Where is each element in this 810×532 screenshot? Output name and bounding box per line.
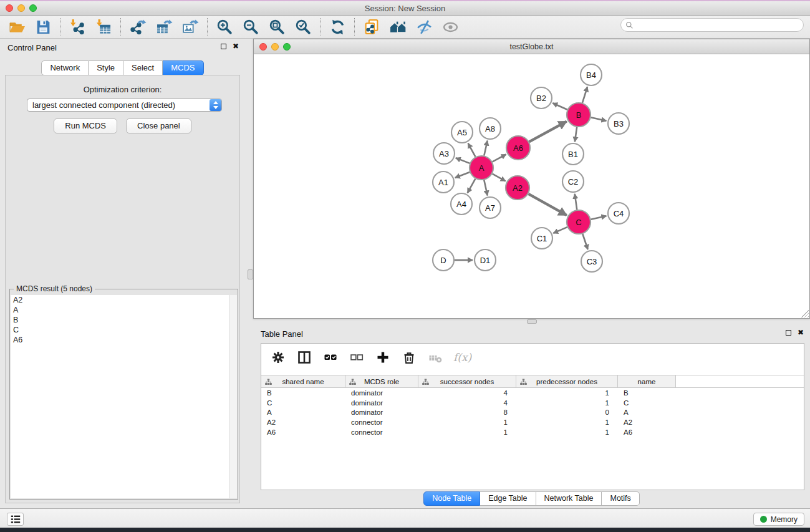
mcds-result-list[interactable]: A2ABCA6 <box>11 295 229 498</box>
edge-A-A3[interactable] <box>456 158 470 163</box>
tab-select[interactable]: Select <box>123 60 163 75</box>
deselect-all-button[interactable] <box>349 349 365 365</box>
function-builder-button[interactable]: f(x) <box>453 351 471 364</box>
edge-A-A7[interactable] <box>484 180 487 196</box>
vertical-splitter-handle[interactable] <box>248 269 253 279</box>
node-A4[interactable]: A4 <box>451 193 472 215</box>
tab-motifs[interactable]: Motifs <box>602 491 639 506</box>
node-B3[interactable]: B3 <box>608 113 629 134</box>
mcds-result-item[interactable]: A2 <box>11 295 229 305</box>
column-header-MCDS-role[interactable]: MCDS role <box>345 375 418 387</box>
node-B1[interactable]: B1 <box>562 143 584 165</box>
edge-B-B1[interactable] <box>575 127 577 142</box>
node-A1[interactable]: A1 <box>433 172 454 193</box>
zoom-fit-button[interactable] <box>268 17 286 36</box>
refresh-layout-button[interactable] <box>328 17 347 36</box>
tab-edge-table[interactable]: Edge Table <box>480 491 536 506</box>
close-panel-icon[interactable]: ✖ <box>233 43 239 49</box>
table-row[interactable]: A2connector11A2 <box>261 417 804 427</box>
edge-A6-B[interactable] <box>529 122 567 142</box>
edge-B-B2[interactable] <box>552 103 567 110</box>
export-network-button[interactable] <box>128 17 147 36</box>
node-C[interactable]: C <box>567 210 591 234</box>
edge-A-A2[interactable] <box>493 174 506 181</box>
import-table-button[interactable] <box>94 17 113 36</box>
clone-network-button[interactable] <box>362 17 381 36</box>
node-B4[interactable]: B4 <box>581 64 602 85</box>
node-A5[interactable]: A5 <box>451 122 473 143</box>
tab-style[interactable]: Style <box>89 60 123 75</box>
node-A2[interactable]: A2 <box>506 176 529 200</box>
split-panel-button[interactable] <box>296 349 312 365</box>
run-mcds-button[interactable]: Run MCDS <box>54 118 117 133</box>
tab-mcds[interactable]: MCDS <box>163 60 203 75</box>
edge-A-A6[interactable] <box>493 154 506 162</box>
show-details-button[interactable] <box>441 17 460 36</box>
node-A8[interactable]: A8 <box>480 118 501 139</box>
network-graph[interactable]: B4B2BB3A8A5A6A3B1AC2A1A2A4A7C4CC1C3DD1 <box>254 54 809 318</box>
search-input[interactable] <box>634 19 803 31</box>
table-row[interactable]: Bdominator41B <box>261 388 804 398</box>
network-canvas[interactable]: B4B2BB3A8A5A6A3B1AC2A1A2A4A7C4CC1C3DD1 <box>254 54 809 318</box>
edge-C-C3[interactable] <box>582 234 587 249</box>
close-table-panel-icon[interactable]: ✖ <box>798 329 804 336</box>
network-window-titlebar[interactable]: testGlobe.txt <box>254 39 809 54</box>
close-panel-button[interactable]: Close panel <box>126 118 191 133</box>
tab-node-table[interactable]: Node Table <box>423 491 480 506</box>
result-scrollbar[interactable] <box>229 295 237 498</box>
node-A6[interactable]: A6 <box>506 136 530 160</box>
node-A7[interactable]: A7 <box>480 197 501 218</box>
node-A[interactable]: A <box>470 156 493 180</box>
zoom-selected-button[interactable] <box>294 17 312 36</box>
edge-A-A1[interactable] <box>455 172 470 178</box>
node-D1[interactable]: D1 <box>475 249 496 271</box>
resize-grip-icon[interactable] <box>801 310 809 317</box>
column-header-successor-nodes[interactable]: successor nodes <box>418 375 516 387</box>
edge-A-A4[interactable] <box>468 179 476 193</box>
column-header-predecessor-nodes[interactable]: predecessor nodes <box>516 375 618 387</box>
task-history-button[interactable] <box>7 513 24 526</box>
edge-B-B3[interactable] <box>591 117 607 120</box>
node-A3[interactable]: A3 <box>433 143 455 164</box>
zoom-out-button[interactable] <box>241 17 260 36</box>
float-table-panel-icon[interactable] <box>786 330 791 336</box>
criterion-dropdown[interactable]: largest connected component (directed) <box>27 99 222 112</box>
column-header-shared-name[interactable]: shared name <box>261 375 345 387</box>
export-image-button[interactable] <box>181 17 200 36</box>
home-view-button[interactable] <box>388 17 407 36</box>
mcds-result-item[interactable]: C <box>11 325 229 335</box>
node-C4[interactable]: C4 <box>608 203 629 224</box>
table-settings-button[interactable] <box>270 349 286 365</box>
search-field[interactable] <box>620 18 804 32</box>
edge-B-B4[interactable] <box>582 87 587 103</box>
save-session-button[interactable] <box>34 17 52 36</box>
edge-C-C4[interactable] <box>591 216 607 219</box>
node-D[interactable]: D <box>433 249 454 271</box>
edge-A2-C[interactable] <box>528 194 566 215</box>
edge-A-A8[interactable] <box>484 141 487 156</box>
edge-C-C2[interactable] <box>575 194 577 210</box>
table-row[interactable]: A6connector11A6 <box>261 427 804 437</box>
edge-C-C1[interactable] <box>553 227 567 233</box>
tab-network[interactable]: Network <box>41 60 89 75</box>
import-network-button[interactable] <box>68 17 87 36</box>
table-row[interactable]: Cdominator41C <box>261 398 804 408</box>
hide-details-button[interactable] <box>415 17 433 36</box>
node-C3[interactable]: C3 <box>581 251 602 272</box>
node-C1[interactable]: C1 <box>531 228 552 249</box>
open-session-button[interactable] <box>7 17 26 36</box>
clear-table-button[interactable] <box>427 349 443 365</box>
select-all-button[interactable] <box>322 349 339 365</box>
zoom-in-button[interactable] <box>215 17 234 36</box>
export-table-button[interactable] <box>155 17 173 36</box>
column-header-name[interactable]: name <box>618 375 676 387</box>
delete-column-button[interactable] <box>401 349 417 365</box>
mcds-result-item[interactable]: B <box>11 315 229 325</box>
edge-A-A5[interactable] <box>468 143 476 157</box>
mcds-result-item[interactable]: A <box>11 305 229 315</box>
tab-network-table[interactable]: Network Table <box>536 491 602 506</box>
node-B[interactable]: B <box>567 103 591 127</box>
node-C2[interactable]: C2 <box>562 171 584 192</box>
node-B2[interactable]: B2 <box>531 87 552 109</box>
mcds-result-item[interactable]: A6 <box>11 335 229 345</box>
